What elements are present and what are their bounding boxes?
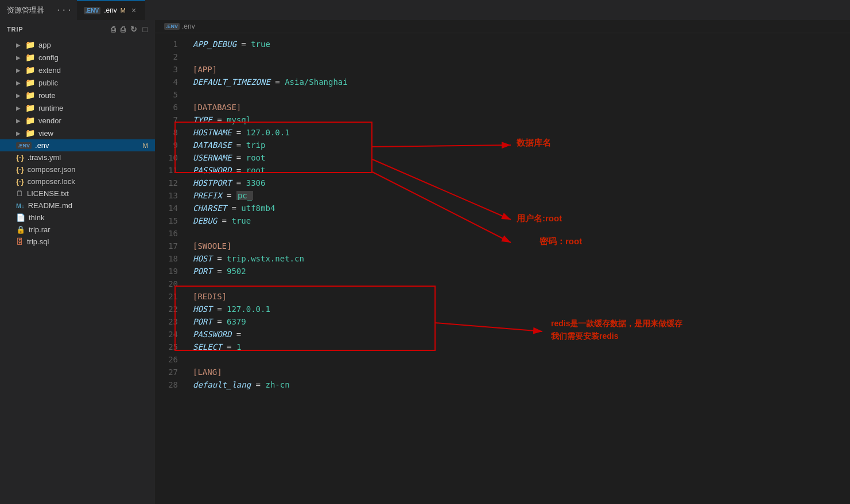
tab-env-badge: .ENV bbox=[84, 7, 100, 14]
code-line-14: CHARSET = utf8mb4 bbox=[193, 202, 850, 214]
code-line-18: HOST = trip.wstx.net.cn bbox=[193, 252, 850, 265]
file-name: trip.sql bbox=[27, 237, 49, 246]
chevron-right-icon: ▶ bbox=[16, 118, 21, 124]
file-item-trip-sql[interactable]: 🗄 trip.sql bbox=[0, 236, 155, 248]
file-name: composer.lock bbox=[28, 177, 75, 186]
editor-breadcrumb: .ENV .env bbox=[155, 20, 850, 33]
editor-area: .ENV .env 12345 678910 1112131415 161718… bbox=[155, 20, 850, 504]
code-line-24: PASSWORD = bbox=[193, 328, 850, 341]
file-item-license[interactable]: 🗒 LICENSE.txt bbox=[0, 187, 155, 200]
code-line-22: HOST = 127.0.0.1 bbox=[193, 303, 850, 315]
folder-name: extend bbox=[38, 66, 61, 75]
folder-name: view bbox=[38, 129, 53, 138]
file-modified-badge: M bbox=[143, 142, 148, 149]
sidebar-item-runtime[interactable]: ▶ 📁 runtime bbox=[0, 101, 155, 114]
code-line-20 bbox=[193, 278, 850, 290]
tab-modified: M bbox=[121, 7, 126, 14]
main-area: TRIP ⎙ ⎙ ↻ □ ▶ 📁 app ▶ 📁 config ▶ 📁 exte… bbox=[0, 20, 850, 504]
file-name: composer.json bbox=[28, 165, 76, 174]
folder-icon: 📁 bbox=[25, 78, 35, 87]
folder-icon: 📁 bbox=[25, 128, 35, 138]
refresh-icon[interactable]: ↻ bbox=[130, 25, 138, 34]
new-file-icon[interactable]: ⎙ bbox=[111, 25, 116, 34]
rar-icon: 🔒 bbox=[16, 225, 25, 234]
folder-icon: 📁 bbox=[25, 40, 35, 49]
breadcrumb-env-badge: .ENV bbox=[164, 23, 180, 30]
title-bar: 资源管理器 ··· .ENV .env M × bbox=[0, 0, 850, 20]
folder-name: config bbox=[38, 53, 59, 62]
new-folder-icon[interactable]: ⎙ bbox=[121, 25, 126, 34]
yml-icon: {·} bbox=[16, 153, 24, 162]
code-line-10: USERNAME = root bbox=[193, 151, 850, 164]
code-line-2 bbox=[193, 50, 850, 63]
sidebar-item-vendor[interactable]: ▶ 📁 vendor bbox=[0, 114, 155, 127]
code-line-4: DEFAULT_TIMEZONE = Asia/Shanghai bbox=[193, 76, 850, 88]
folder-icon: 📁 bbox=[25, 65, 35, 75]
file-name: LICENSE.txt bbox=[27, 189, 69, 198]
sidebar-item-extend[interactable]: ▶ 📁 extend bbox=[0, 64, 155, 76]
sidebar-item-app[interactable]: ▶ 📁 app bbox=[0, 38, 155, 51]
code-line-6: [DATABASE] bbox=[193, 101, 850, 114]
more-options[interactable]: ··· bbox=[51, 5, 77, 15]
code-line-23: PORT = 6379 bbox=[193, 315, 850, 328]
folder-icon: 📁 bbox=[25, 116, 35, 125]
file-name: .travis.yml bbox=[28, 153, 61, 162]
code-line-11: PASSWORD = root bbox=[193, 164, 850, 177]
sidebar: TRIP ⎙ ⎙ ↻ □ ▶ 📁 app ▶ 📁 config ▶ 📁 exte… bbox=[0, 20, 155, 504]
sidebar-header-icons: ⎙ ⎙ ↻ □ bbox=[111, 25, 148, 34]
annotation-password: 密码：root bbox=[540, 236, 582, 247]
line-numbers: 12345 678910 1112131415 1617181920 21222… bbox=[155, 33, 184, 504]
folder-name: runtime bbox=[38, 104, 63, 112]
sidebar-item-public[interactable]: ▶ 📁 public bbox=[0, 76, 155, 89]
file-item-think[interactable]: 📄 think bbox=[0, 212, 155, 224]
code-content[interactable]: APP_DEBUG = true [APP] DEFAULT_TIMEZONE … bbox=[184, 33, 850, 504]
tab-env[interactable]: .ENV .env M × bbox=[77, 0, 145, 20]
folder-icon: 📁 bbox=[25, 53, 35, 62]
chevron-right-icon: ▶ bbox=[16, 105, 21, 111]
annotation-dbname: 数据库名 bbox=[517, 138, 551, 149]
chevron-right-icon: ▶ bbox=[16, 42, 21, 48]
code-line-28: default_lang = zh-cn bbox=[193, 378, 850, 391]
code-line-17: [SWOOLE] bbox=[193, 240, 850, 252]
file-name: .env bbox=[35, 141, 49, 150]
file-item-travis[interactable]: {·} .travis.yml bbox=[0, 151, 155, 163]
file-name: trip.rar bbox=[29, 225, 51, 234]
code-line-7: TYPE = mysql bbox=[193, 114, 850, 126]
sql-icon: 🗄 bbox=[16, 237, 24, 246]
folder-name: app bbox=[38, 41, 51, 49]
folder-icon: 📁 bbox=[25, 103, 35, 112]
code-line-16 bbox=[193, 227, 850, 240]
folder-name: route bbox=[38, 91, 56, 100]
file-name: think bbox=[29, 213, 44, 222]
code-line-12: HOSTPORT = 3306 bbox=[193, 177, 850, 189]
file-icon: 📄 bbox=[16, 213, 25, 222]
annotation-redis-desc2: 我们需要安装redis bbox=[551, 331, 618, 342]
editor-content[interactable]: 12345 678910 1112131415 1617181920 21222… bbox=[155, 33, 850, 504]
chevron-right-icon: ▶ bbox=[16, 54, 21, 61]
md-icon: M↓ bbox=[16, 202, 25, 209]
tab-close-button[interactable]: × bbox=[129, 6, 138, 15]
code-line-19: PORT = 9502 bbox=[193, 265, 850, 278]
code-line-21: [REDIS] bbox=[193, 290, 850, 303]
chevron-right-icon: ▶ bbox=[16, 80, 21, 86]
file-item-composer-json[interactable]: {·} composer.json bbox=[0, 163, 155, 175]
txt-icon: 🗒 bbox=[16, 189, 24, 198]
code-line-27: [LANG] bbox=[193, 366, 850, 378]
sidebar-item-config[interactable]: ▶ 📁 config bbox=[0, 51, 155, 64]
sidebar-item-route[interactable]: ▶ 📁 route bbox=[0, 89, 155, 101]
annotation-redis-desc1: redis是一款缓存数据，是用来做缓存 bbox=[551, 319, 682, 329]
folder-icon: 📁 bbox=[25, 91, 35, 100]
app-title: 资源管理器 bbox=[0, 5, 51, 15]
code-line-8: HOSTNAME = 127.0.0.1 bbox=[193, 126, 850, 139]
code-line-13: PREFIX = pc_ bbox=[193, 189, 850, 202]
code-line-1: APP_DEBUG = true bbox=[193, 38, 850, 50]
file-item-composer-lock[interactable]: {·} composer.lock bbox=[0, 175, 155, 187]
file-name: README.md bbox=[28, 201, 72, 210]
collapse-icon[interactable]: □ bbox=[142, 25, 148, 34]
file-item-readme[interactable]: M↓ README.md bbox=[0, 200, 155, 212]
file-item-trip-rar[interactable]: 🔒 trip.rar bbox=[0, 224, 155, 236]
sidebar-item-view[interactable]: ▶ 📁 view bbox=[0, 127, 155, 139]
file-item-env[interactable]: .ENV .env M bbox=[0, 139, 155, 151]
code-line-5 bbox=[193, 88, 850, 101]
breadcrumb-filename: .env bbox=[182, 22, 195, 30]
